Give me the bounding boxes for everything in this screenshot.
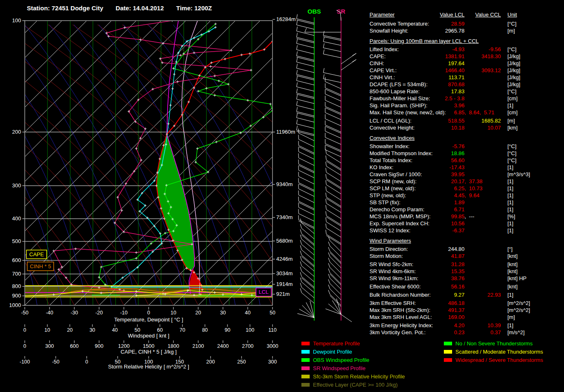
svg-text:50: 50 xyxy=(270,310,275,316)
legend-label: Widespread / Severe Thunderstorms xyxy=(455,357,543,363)
param-unit: [1] xyxy=(507,192,513,199)
legend-label: No / Non Severe Thunderstorms xyxy=(455,340,533,347)
lcl-label: LCL xyxy=(256,288,271,296)
param-unit: [°C] xyxy=(507,157,517,164)
legend-profiles: Temperature ProfileDewpoint ProfileOBS W… xyxy=(301,339,405,389)
param-label: Storm Motion: xyxy=(370,253,403,260)
svg-text:CAPE: CAPE xyxy=(29,251,44,257)
param-value-extra: , 37.38 xyxy=(464,178,482,185)
legend-swatch-icon xyxy=(444,342,452,345)
param-value-lcl: 870.68 xyxy=(406,81,464,88)
param-label: CAPE: xyxy=(370,53,386,60)
svg-text:10: 10 xyxy=(45,327,50,333)
param-value-lcl: 38.76 xyxy=(406,275,464,282)
svg-text:900: 900 xyxy=(95,343,104,349)
svg-text:300: 300 xyxy=(45,343,54,349)
svg-text:-100: -100 xyxy=(19,359,30,365)
table-row: Snowfall Height:2965.78[m] xyxy=(367,27,564,34)
legend-label: OBS Windspeed Profile xyxy=(313,357,370,363)
svg-text:400: 400 xyxy=(12,215,21,222)
legend-swatch-icon xyxy=(301,383,310,387)
table-row: CINH Virt.:113.71[J/kg] xyxy=(367,74,564,81)
param-value-ccl: 3418.30 xyxy=(441,53,501,60)
svg-text:20: 20 xyxy=(67,327,73,333)
param-unit: [J/kg] xyxy=(507,67,520,74)
svg-text:600: 600 xyxy=(12,257,21,263)
param-unit: [%] xyxy=(507,213,515,220)
svg-text:10: 10 xyxy=(171,310,176,316)
param-value-lcl: 10.56 xyxy=(406,220,464,227)
param-value-lcl: 491.37 xyxy=(406,307,464,314)
legend-item-profile: OBS Windspeed Profile xyxy=(301,356,405,364)
svg-text:1200: 1200 xyxy=(118,343,130,349)
param-value-ccl: 0.37 xyxy=(441,329,501,336)
svg-text:-30: -30 xyxy=(71,310,78,316)
param-unit: [°] xyxy=(507,246,512,253)
svg-text:300: 300 xyxy=(12,182,21,189)
param-value-lcl: 6.71 xyxy=(406,206,464,213)
parameter-table: Parameter Value LCL Value CCL Unit Conve… xyxy=(367,0,564,392)
sounding-app-window: Station: 72451 Dodge CityDate: 14.04.201… xyxy=(0,0,564,392)
param-unit: [m^3/s^3] xyxy=(507,171,530,178)
legend-swatch-icon xyxy=(444,350,452,354)
svg-text:300: 300 xyxy=(268,359,277,365)
svg-text:700: 700 xyxy=(12,271,21,277)
svg-text:1500: 1500 xyxy=(143,343,154,349)
col-unit: Unit xyxy=(507,11,517,18)
svg-text:CAPE, CINH * 5 [ J/kg ]: CAPE, CINH * 5 [ J/kg ] xyxy=(121,349,177,355)
param-value-lcl: 3.96 xyxy=(406,102,464,109)
param-value-lcl: -17.43 xyxy=(406,164,464,171)
table-header-row: Parameter Value LCL Value CCL Unit xyxy=(367,11,564,18)
svg-text:2400: 2400 xyxy=(217,343,229,349)
param-unit: [m/s^2] xyxy=(507,329,525,336)
obs-column-label: OBS xyxy=(308,8,321,15)
svg-text:LCL: LCL xyxy=(259,289,269,295)
svg-text:3034m: 3034m xyxy=(276,270,293,276)
svg-text:500: 500 xyxy=(12,238,21,244)
param-value-lcl: 6.25 xyxy=(406,185,464,192)
param-unit: [m] xyxy=(507,314,515,321)
svg-text:-10: -10 xyxy=(120,310,128,316)
legend-swatch-icon xyxy=(301,350,310,354)
param-unit: [knt] xyxy=(507,283,518,290)
param-value-lcl: 197.64 xyxy=(406,60,464,67)
legend-swatch-icon xyxy=(301,375,310,378)
svg-text:5680m: 5680m xyxy=(276,238,293,244)
table-row: Craven SigSvr / 1000:39.95[m^3/s^3] xyxy=(367,171,564,178)
svg-text:-50: -50 xyxy=(21,310,28,316)
param-value-ccl: 10.39 xyxy=(441,322,501,329)
param-unit: [1] xyxy=(507,227,513,234)
svg-text:80: 80 xyxy=(202,327,208,333)
legend-label: SR Windspeed Profile xyxy=(313,365,365,371)
svg-text:50: 50 xyxy=(135,327,140,333)
table-row: Max 3km SRH (Sfc-2km):491.37[m^2/s^2] xyxy=(367,307,564,314)
param-label: CINH Virt.: xyxy=(370,74,395,81)
table-row: Lifted Index:-4.93-9.56[°C] xyxy=(367,46,564,53)
param-unit: [cm] xyxy=(507,109,518,116)
cape-label: CAPE xyxy=(26,250,47,259)
svg-text:921m: 921m xyxy=(276,291,290,297)
svg-text:9340m: 9340m xyxy=(276,181,293,187)
table-row: CINH:197.64[J/kg] xyxy=(367,60,564,67)
param-value-lcl: 244.80 xyxy=(406,246,464,253)
param-label: CAPE Virt.: xyxy=(370,67,397,74)
table-row: Bulk Richardson Number:9.2722.93[1] xyxy=(367,291,564,298)
param-value-lcl: 486.18 xyxy=(406,300,464,307)
svg-text:40: 40 xyxy=(245,310,251,316)
param-value-lcl: 113.71 xyxy=(406,74,464,81)
param-label: KO Index: xyxy=(370,164,393,171)
svg-text:1914m: 1914m xyxy=(276,281,293,287)
svg-text:Temperature, Dewpoint [ °C ]: Temperature, Dewpoint [ °C ] xyxy=(114,316,183,323)
param-value-extra: , 8.64, 5.71 xyxy=(464,109,494,116)
param-unit: [°C] xyxy=(507,20,517,27)
param-unit: [m^2/s^2] xyxy=(507,307,530,314)
table-row: Convective Height:10.1810.07[km] xyxy=(367,124,564,131)
svg-text:200: 200 xyxy=(12,129,21,135)
svg-text:60: 60 xyxy=(157,327,163,333)
svg-text:1800: 1800 xyxy=(168,343,179,349)
param-value-lcl: 18.86 xyxy=(406,150,464,157)
param-value-lcl: -6.37 xyxy=(406,227,464,234)
param-value-ccl: 10.07 xyxy=(441,124,501,131)
table-row: SWISS 12 Index:-6.37[1] xyxy=(367,227,564,234)
param-value-lcl: 41.87 xyxy=(406,253,464,260)
